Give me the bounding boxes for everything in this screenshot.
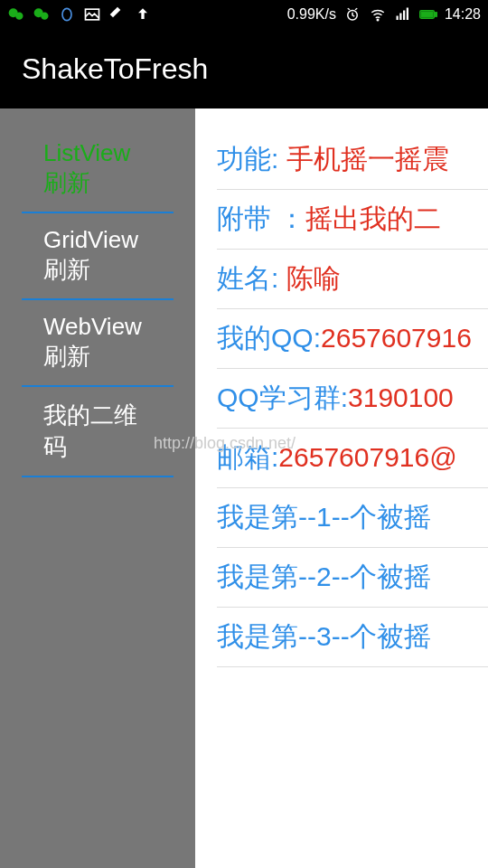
status-bar: 0.99K/s 14:28 xyxy=(0,0,488,29)
clock-time: 14:28 xyxy=(445,6,481,23)
list-item: 我的QQ:2657607916 xyxy=(217,309,488,369)
app-bar: ShakeToFresh xyxy=(0,29,488,108)
network-speed: 0.99K/s xyxy=(287,6,336,23)
svg-point-1 xyxy=(15,13,23,20)
wifi-icon xyxy=(369,5,387,24)
row-label: 我的QQ: xyxy=(217,323,321,353)
wechat-icon xyxy=(7,5,25,24)
list-item: 我是第--2--个被摇 xyxy=(217,548,488,608)
sidebar-item-gridview[interactable]: GridView刷新 xyxy=(22,213,174,300)
list-item: QQ学习群:3190100 xyxy=(217,369,488,429)
sidebar-item-label: WebView刷新 xyxy=(43,313,142,370)
sidebar: ListView刷新 GridView刷新 WebView刷新 我的二维码 xyxy=(0,108,195,868)
svg-point-7 xyxy=(377,19,379,21)
sidebar-item-webview[interactable]: WebView刷新 xyxy=(22,300,174,387)
status-left xyxy=(7,5,152,24)
svg-rect-14 xyxy=(421,12,433,17)
upload-icon xyxy=(134,5,152,24)
signal-icon xyxy=(394,5,412,24)
status-right: 0.99K/s 14:28 xyxy=(287,5,481,24)
svg-rect-13 xyxy=(435,13,436,16)
main: ListView刷新 GridView刷新 WebView刷新 我的二维码 功能… xyxy=(0,108,488,868)
list-item: 附带 ：摇出我的二 xyxy=(217,190,488,250)
svg-point-3 xyxy=(41,13,48,20)
row-label: 姓名: xyxy=(217,263,286,293)
list-item: 我是第--1--个被摇 xyxy=(217,488,488,548)
svg-rect-9 xyxy=(399,14,401,21)
list-item: 姓名: 陈喻 xyxy=(217,250,488,309)
qq-icon xyxy=(58,5,76,24)
battery-icon xyxy=(419,5,437,24)
svg-rect-11 xyxy=(407,8,408,21)
row-label: 我是第--3--个被摇 xyxy=(217,621,431,651)
row-value: 陈喻 xyxy=(286,263,341,293)
row-value: 3190100 xyxy=(348,382,454,412)
row-value: 2657607916 xyxy=(321,323,472,353)
sidebar-item-qrcode[interactable]: 我的二维码 xyxy=(22,387,174,477)
alarm-icon xyxy=(343,5,361,24)
sidebar-item-label: 我的二维码 xyxy=(43,401,137,460)
svg-point-4 xyxy=(62,8,71,20)
list-item: 邮箱:2657607916@ xyxy=(217,429,488,488)
list-item: 功能: 手机摇一摇震 xyxy=(217,130,488,190)
row-value: 手机摇一摇震 xyxy=(286,144,449,174)
content[interactable]: 功能: 手机摇一摇震 附带 ：摇出我的二 姓名: 陈喻 我的QQ:2657607… xyxy=(195,108,488,868)
app-title: ShakeToFresh xyxy=(22,52,208,86)
row-label: QQ学习群: xyxy=(217,382,348,412)
row-label: 我是第--1--个被摇 xyxy=(217,502,431,532)
sidebar-item-label: GridView刷新 xyxy=(43,226,138,283)
row-label: 功能: xyxy=(217,144,286,174)
sidebar-item-label: ListView刷新 xyxy=(43,139,130,196)
wechat-icon-2 xyxy=(33,5,51,24)
mute-icon xyxy=(108,5,127,24)
row-value: 摇出我的二 xyxy=(305,203,441,233)
svg-rect-8 xyxy=(396,16,398,21)
row-label: 邮箱: xyxy=(217,442,278,472)
row-label: 附带 ： xyxy=(217,203,305,233)
picture-icon xyxy=(83,5,101,24)
sidebar-item-listview[interactable]: ListView刷新 xyxy=(22,127,174,213)
row-value: 2657607916@ xyxy=(278,442,456,472)
svg-rect-10 xyxy=(403,11,405,21)
list-item: 我是第--3--个被摇 xyxy=(217,608,488,667)
row-label: 我是第--2--个被摇 xyxy=(217,561,431,591)
